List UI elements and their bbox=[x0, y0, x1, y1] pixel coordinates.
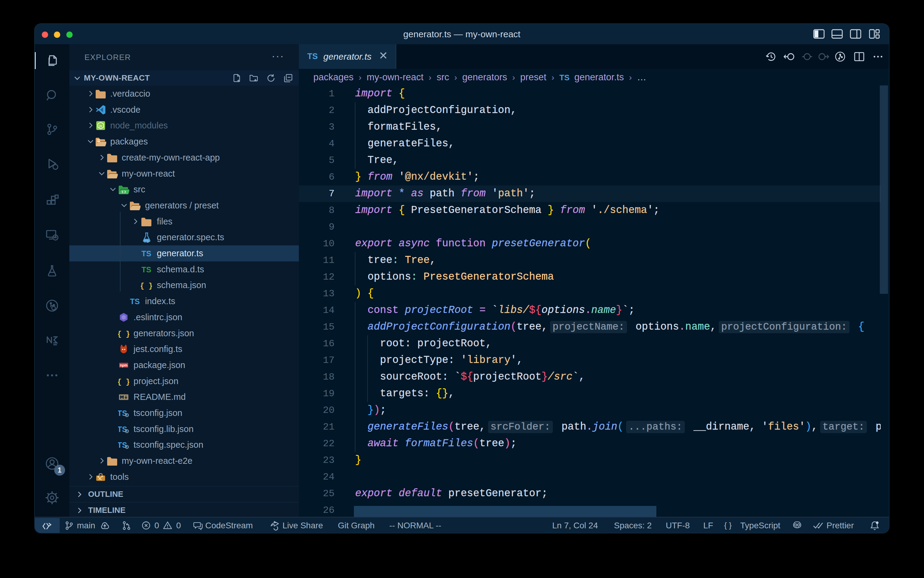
svg-text:{ }: { } bbox=[141, 283, 152, 291]
svg-text:TS: TS bbox=[141, 249, 151, 258]
svg-text:{ }: { } bbox=[118, 378, 129, 386]
svg-text:TS: TS bbox=[144, 239, 149, 243]
svg-text:npm: npm bbox=[120, 363, 128, 367]
svg-text:js: js bbox=[99, 124, 102, 128]
svg-text:TS: TS bbox=[141, 265, 151, 274]
svg-text:TS: TS bbox=[130, 297, 139, 306]
svg-text:{ }: { } bbox=[118, 331, 129, 338]
